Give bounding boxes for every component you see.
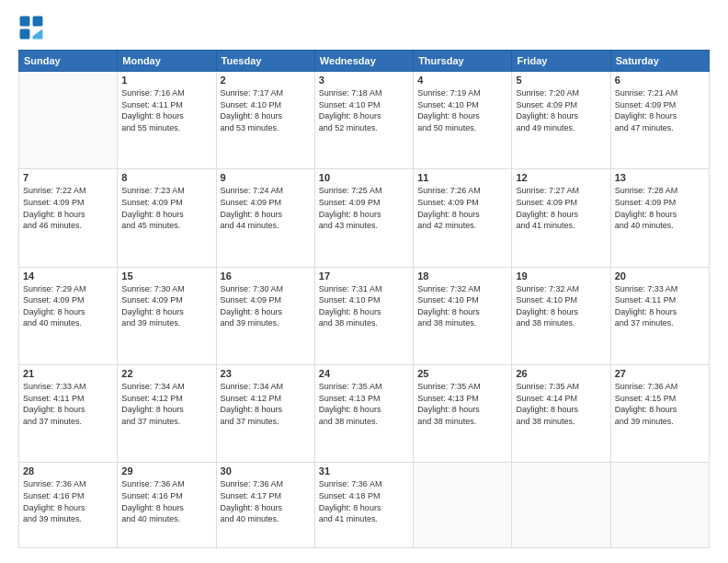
- page: SundayMondayTuesdayWednesdayThursdayFrid…: [0, 0, 728, 563]
- weekday-header: Sunday: [19, 51, 118, 72]
- calendar-day-cell: 30Sunrise: 7:36 AM Sunset: 4:17 PM Dayli…: [216, 463, 314, 548]
- day-info: Sunrise: 7:35 AM Sunset: 4:13 PM Dayligh…: [319, 381, 409, 427]
- day-info: Sunrise: 7:18 AM Sunset: 4:10 PM Dayligh…: [319, 87, 409, 133]
- day-info: Sunrise: 7:32 AM Sunset: 4:10 PM Dayligh…: [516, 283, 606, 329]
- day-number: 3: [319, 75, 409, 86]
- day-info: Sunrise: 7:27 AM Sunset: 4:09 PM Dayligh…: [516, 185, 606, 231]
- calendar-day-cell: 12Sunrise: 7:27 AM Sunset: 4:09 PM Dayli…: [512, 169, 610, 267]
- calendar-day-cell: [610, 463, 709, 548]
- day-info: Sunrise: 7:22 AM Sunset: 4:09 PM Dayligh…: [23, 185, 113, 231]
- calendar-day-cell: 21Sunrise: 7:33 AM Sunset: 4:11 PM Dayli…: [19, 365, 118, 463]
- day-number: 26: [516, 368, 606, 379]
- calendar-day-cell: 23Sunrise: 7:34 AM Sunset: 4:12 PM Dayli…: [216, 365, 314, 463]
- day-info: Sunrise: 7:33 AM Sunset: 4:11 PM Dayligh…: [615, 283, 705, 329]
- calendar-day-cell: 4Sunrise: 7:19 AM Sunset: 4:10 PM Daylig…: [414, 72, 512, 169]
- day-number: 12: [516, 172, 606, 183]
- calendar-day-cell: 5Sunrise: 7:20 AM Sunset: 4:09 PM Daylig…: [512, 72, 610, 169]
- day-info: Sunrise: 7:20 AM Sunset: 4:09 PM Dayligh…: [516, 87, 606, 133]
- day-info: Sunrise: 7:31 AM Sunset: 4:10 PM Dayligh…: [319, 283, 409, 329]
- day-info: Sunrise: 7:34 AM Sunset: 4:12 PM Dayligh…: [121, 381, 211, 427]
- calendar-week-row: 21Sunrise: 7:33 AM Sunset: 4:11 PM Dayli…: [19, 365, 710, 463]
- day-number: 25: [417, 368, 507, 379]
- day-number: 24: [319, 368, 409, 379]
- day-number: 17: [319, 270, 409, 282]
- calendar-day-cell: 18Sunrise: 7:32 AM Sunset: 4:10 PM Dayli…: [414, 267, 512, 364]
- calendar-day-cell: 15Sunrise: 7:30 AM Sunset: 4:09 PM Dayli…: [118, 267, 216, 364]
- day-number: 20: [615, 270, 705, 282]
- calendar-day-cell: 31Sunrise: 7:36 AM Sunset: 4:18 PM Dayli…: [314, 463, 413, 548]
- day-number: 27: [615, 368, 705, 379]
- day-info: Sunrise: 7:36 AM Sunset: 4:18 PM Dayligh…: [319, 478, 409, 524]
- day-number: 28: [23, 465, 113, 477]
- calendar-table: SundayMondayTuesdayWednesdayThursdayFrid…: [18, 50, 710, 548]
- day-info: Sunrise: 7:30 AM Sunset: 4:09 PM Dayligh…: [221, 283, 311, 329]
- day-info: Sunrise: 7:24 AM Sunset: 4:09 PM Dayligh…: [221, 185, 311, 231]
- calendar-day-cell: 14Sunrise: 7:29 AM Sunset: 4:09 PM Dayli…: [19, 267, 118, 364]
- svg-rect-1: [33, 17, 43, 27]
- day-info: Sunrise: 7:33 AM Sunset: 4:11 PM Dayligh…: [23, 381, 113, 427]
- calendar-day-cell: 20Sunrise: 7:33 AM Sunset: 4:11 PM Dayli…: [610, 267, 709, 364]
- day-number: 30: [221, 465, 311, 477]
- calendar-header-row: SundayMondayTuesdayWednesdayThursdayFrid…: [19, 51, 710, 72]
- day-info: Sunrise: 7:25 AM Sunset: 4:09 PM Dayligh…: [319, 185, 409, 231]
- calendar-day-cell: 13Sunrise: 7:28 AM Sunset: 4:09 PM Dayli…: [610, 169, 709, 267]
- calendar-day-cell: 2Sunrise: 7:17 AM Sunset: 4:10 PM Daylig…: [216, 72, 314, 169]
- calendar-week-row: 14Sunrise: 7:29 AM Sunset: 4:09 PM Dayli…: [19, 267, 710, 364]
- calendar-day-cell: 1Sunrise: 7:16 AM Sunset: 4:11 PM Daylig…: [118, 72, 216, 169]
- day-number: 7: [23, 172, 113, 183]
- day-number: 15: [121, 270, 211, 282]
- day-number: 11: [417, 172, 507, 183]
- day-number: 16: [221, 270, 311, 282]
- day-info: Sunrise: 7:29 AM Sunset: 4:09 PM Dayligh…: [23, 283, 113, 329]
- day-info: Sunrise: 7:23 AM Sunset: 4:09 PM Dayligh…: [121, 185, 211, 231]
- day-number: 1: [121, 75, 211, 86]
- day-number: 10: [319, 172, 409, 183]
- weekday-header: Thursday: [414, 51, 512, 72]
- calendar-day-cell: 22Sunrise: 7:34 AM Sunset: 4:12 PM Dayli…: [118, 365, 216, 463]
- calendar-week-row: 7Sunrise: 7:22 AM Sunset: 4:09 PM Daylig…: [19, 169, 710, 267]
- calendar-day-cell: 17Sunrise: 7:31 AM Sunset: 4:10 PM Dayli…: [314, 267, 413, 364]
- logo: [18, 15, 48, 40]
- day-number: 2: [221, 75, 311, 86]
- weekday-header: Saturday: [610, 51, 709, 72]
- weekday-header: Wednesday: [314, 51, 413, 72]
- day-info: Sunrise: 7:28 AM Sunset: 4:09 PM Dayligh…: [615, 185, 705, 231]
- day-number: 4: [417, 75, 507, 86]
- calendar-day-cell: 10Sunrise: 7:25 AM Sunset: 4:09 PM Dayli…: [314, 169, 413, 267]
- svg-rect-0: [20, 17, 30, 27]
- day-info: Sunrise: 7:35 AM Sunset: 4:13 PM Dayligh…: [417, 381, 507, 427]
- calendar-week-row: 1Sunrise: 7:16 AM Sunset: 4:11 PM Daylig…: [19, 72, 710, 169]
- svg-marker-3: [33, 29, 43, 40]
- day-info: Sunrise: 7:36 AM Sunset: 4:15 PM Dayligh…: [615, 381, 705, 427]
- calendar-day-cell: 29Sunrise: 7:36 AM Sunset: 4:16 PM Dayli…: [118, 463, 216, 548]
- calendar-day-cell: 7Sunrise: 7:22 AM Sunset: 4:09 PM Daylig…: [19, 169, 118, 267]
- day-info: Sunrise: 7:35 AM Sunset: 4:14 PM Dayligh…: [516, 381, 606, 427]
- day-info: Sunrise: 7:21 AM Sunset: 4:09 PM Dayligh…: [615, 87, 705, 133]
- day-number: 5: [516, 75, 606, 86]
- day-number: 31: [319, 465, 409, 477]
- day-number: 18: [417, 270, 507, 282]
- weekday-header: Monday: [118, 51, 216, 72]
- day-info: Sunrise: 7:19 AM Sunset: 4:10 PM Dayligh…: [417, 87, 507, 133]
- calendar-day-cell: 25Sunrise: 7:35 AM Sunset: 4:13 PM Dayli…: [414, 365, 512, 463]
- header: [18, 15, 710, 40]
- svg-rect-2: [20, 29, 30, 40]
- calendar-day-cell: [512, 463, 610, 548]
- calendar-day-cell: 3Sunrise: 7:18 AM Sunset: 4:10 PM Daylig…: [314, 72, 413, 169]
- calendar-day-cell: [19, 72, 118, 169]
- day-info: Sunrise: 7:26 AM Sunset: 4:09 PM Dayligh…: [417, 185, 507, 231]
- day-number: 23: [221, 368, 311, 379]
- calendar-day-cell: 27Sunrise: 7:36 AM Sunset: 4:15 PM Dayli…: [610, 365, 709, 463]
- day-number: 13: [615, 172, 705, 183]
- day-info: Sunrise: 7:34 AM Sunset: 4:12 PM Dayligh…: [221, 381, 311, 427]
- calendar-day-cell: 24Sunrise: 7:35 AM Sunset: 4:13 PM Dayli…: [314, 365, 413, 463]
- calendar-day-cell: 26Sunrise: 7:35 AM Sunset: 4:14 PM Dayli…: [512, 365, 610, 463]
- day-number: 21: [23, 368, 113, 379]
- calendar-day-cell: 8Sunrise: 7:23 AM Sunset: 4:09 PM Daylig…: [118, 169, 216, 267]
- day-number: 14: [23, 270, 113, 282]
- calendar-day-cell: 11Sunrise: 7:26 AM Sunset: 4:09 PM Dayli…: [414, 169, 512, 267]
- logo-icon: [18, 15, 44, 40]
- calendar-day-cell: 28Sunrise: 7:36 AM Sunset: 4:16 PM Dayli…: [19, 463, 118, 548]
- day-number: 8: [121, 172, 211, 183]
- calendar-day-cell: 19Sunrise: 7:32 AM Sunset: 4:10 PM Dayli…: [512, 267, 610, 364]
